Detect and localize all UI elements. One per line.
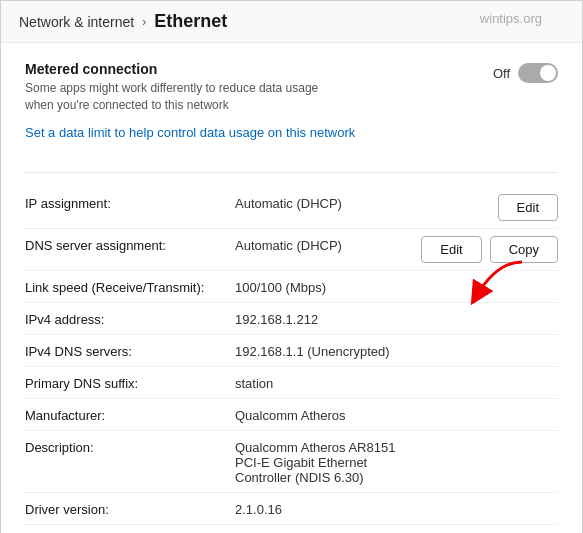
edit-ip-button[interactable]: Edit bbox=[498, 194, 558, 221]
field-label-ipv4-dns: IPv4 DNS servers: bbox=[25, 342, 235, 359]
field-label-dns-suffix: Primary DNS suffix: bbox=[25, 374, 235, 391]
table-row: Link speed (Receive/Transmit): 100/100 (… bbox=[25, 271, 558, 303]
field-value-link-speed: 100/100 (Mbps) bbox=[235, 278, 558, 295]
field-action-ip-assignment: Edit bbox=[498, 194, 558, 221]
metered-toggle[interactable] bbox=[518, 63, 558, 83]
data-limit-link[interactable]: Set a data limit to help control data us… bbox=[25, 125, 355, 140]
settings-window: Network & internet › Ethernet wintips.or… bbox=[0, 0, 583, 533]
toggle-label: Off bbox=[493, 66, 510, 81]
table-row: IP assignment: Automatic (DHCP) Edit bbox=[25, 187, 558, 229]
section-divider bbox=[25, 172, 558, 173]
metered-description: Some apps might work differently to redu… bbox=[25, 80, 385, 114]
field-action-dns-assignment: Edit Copy bbox=[421, 236, 558, 263]
table-row: Manufacturer: Qualcomm Atheros bbox=[25, 399, 558, 431]
toggle-container: Off bbox=[493, 63, 558, 83]
field-value-manufacturer: Qualcomm Atheros bbox=[235, 406, 558, 423]
table-row: Physical address (MAC): 90-2B-34-62-B5-A… bbox=[25, 525, 558, 533]
metered-title: Metered connection bbox=[25, 61, 493, 77]
field-label-manufacturer: Manufacturer: bbox=[25, 406, 235, 423]
field-value-dns-suffix: station bbox=[235, 374, 558, 391]
field-value-description: Qualcomm Atheros AR8151PCI-E Gigabit Eth… bbox=[235, 438, 558, 485]
toggle-knob bbox=[540, 65, 556, 81]
header-bar: Network & internet › Ethernet wintips.or… bbox=[1, 1, 582, 43]
page-title: Ethernet bbox=[154, 11, 227, 32]
field-label-ipv4-address: IPv4 address: bbox=[25, 310, 235, 327]
breadcrumb-network[interactable]: Network & internet bbox=[19, 14, 134, 30]
table-row: Driver version: 2.1.0.16 bbox=[25, 493, 558, 525]
table-row: IPv4 address: 192.168.1.212 bbox=[25, 303, 558, 335]
breadcrumb-chevron: › bbox=[142, 15, 146, 29]
network-info-table: IP assignment: Automatic (DHCP) Edit DNS… bbox=[25, 187, 558, 533]
field-label-link-speed: Link speed (Receive/Transmit): bbox=[25, 278, 235, 295]
table-row: Description: Qualcomm Atheros AR8151PCI-… bbox=[25, 431, 558, 493]
field-label-ip-assignment: IP assignment: bbox=[25, 194, 235, 211]
field-label-dns-assignment: DNS server assignment: bbox=[25, 236, 235, 253]
watermark: wintips.org bbox=[480, 11, 542, 26]
main-content: Metered connection Some apps might work … bbox=[1, 43, 582, 533]
field-value-ipv4-address: 192.168.1.212 bbox=[235, 310, 558, 327]
field-value-driver-version: 2.1.0.16 bbox=[235, 500, 558, 517]
table-row: IPv4 DNS servers: 192.168.1.1 (Unencrypt… bbox=[25, 335, 558, 367]
field-label-driver-version: Driver version: bbox=[25, 500, 235, 517]
edit-dns-button[interactable]: Edit bbox=[421, 236, 481, 263]
field-value-ipv4-dns: 192.168.1.1 (Unencrypted) bbox=[235, 342, 558, 359]
metered-connection-section: Metered connection Some apps might work … bbox=[25, 61, 558, 114]
field-label-description: Description: bbox=[25, 438, 235, 455]
copy-button[interactable]: Copy bbox=[490, 236, 558, 263]
field-value-dns-assignment: Automatic (DHCP) bbox=[235, 236, 413, 253]
table-row: DNS server assignment: Automatic (DHCP) … bbox=[25, 229, 558, 271]
metered-text-block: Metered connection Some apps might work … bbox=[25, 61, 493, 114]
table-row: Primary DNS suffix: station bbox=[25, 367, 558, 399]
field-value-ip-assignment: Automatic (DHCP) bbox=[235, 194, 490, 211]
